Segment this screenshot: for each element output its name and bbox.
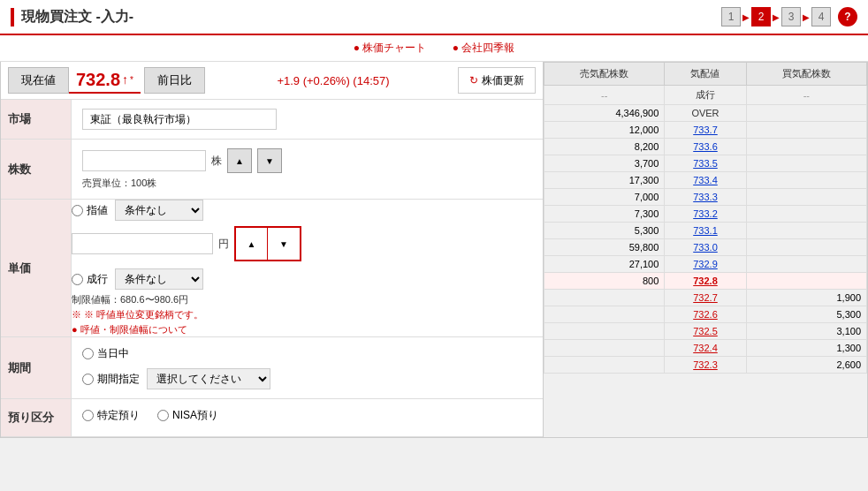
stock-up-button[interactable]: ▲ bbox=[227, 148, 252, 173]
call-link[interactable]: 呼値・制限値幅について bbox=[72, 324, 187, 335]
help-button[interactable]: ? bbox=[838, 7, 857, 26]
order-book-buy-16: 2,600 bbox=[746, 357, 866, 374]
period-content: 当日中 期間指定 選択してください bbox=[72, 337, 543, 398]
deposit-row: 預り区分 特定預り NISA預り bbox=[1, 399, 543, 437]
order-book-buy-5 bbox=[746, 172, 866, 189]
order-book-price-0: 成行 bbox=[665, 86, 746, 105]
order-book-price-15[interactable]: 732.4 bbox=[665, 340, 746, 357]
order-book-price-3[interactable]: 733.6 bbox=[665, 139, 746, 155]
price-type-row: 指値 条件なし bbox=[72, 200, 543, 221]
market-type-label: 成行 bbox=[87, 272, 108, 287]
step-1: 1 bbox=[721, 7, 741, 26]
limit-info: 制限値幅：680.6〜980.6円 bbox=[72, 293, 543, 306]
order-book-buy-15: 1,300 bbox=[746, 340, 866, 357]
period-today-label[interactable]: 当日中 bbox=[82, 346, 129, 361]
warning-text: ※ ※ 呼値単位変更銘柄です。 bbox=[72, 308, 543, 321]
market-row: 市場 東証（最良執行市場） bbox=[1, 100, 543, 140]
deposit-content: 特定預り NISA預り bbox=[72, 399, 543, 436]
order-book-price-9[interactable]: 733.0 bbox=[665, 239, 746, 256]
stock-content: 株 ▲ ▼ 売買単位：100株 bbox=[72, 140, 543, 199]
deposit-tokutei-radio[interactable] bbox=[82, 410, 94, 421]
order-book-sell-15 bbox=[544, 340, 665, 357]
deposit-nisa-label[interactable]: NISA預り bbox=[157, 408, 218, 423]
links-bar: 株価チャート 会社四季報 bbox=[0, 35, 868, 62]
order-book-price-6[interactable]: 733.3 bbox=[665, 189, 746, 206]
period-specify-label[interactable]: 期間指定 bbox=[82, 372, 140, 387]
order-book-sell-11: 800 bbox=[544, 273, 665, 290]
order-book-price-11[interactable]: 732.8 bbox=[665, 273, 746, 290]
prev-price-label: 前日比 bbox=[144, 67, 205, 94]
price-down-button[interactable]: ▼ bbox=[268, 228, 300, 260]
header-sell: 売気配株数 bbox=[544, 63, 665, 86]
order-book-sell-8: 5,300 bbox=[544, 223, 665, 239]
order-book-price-8[interactable]: 733.1 bbox=[665, 223, 746, 239]
chart-link[interactable]: 株価チャート bbox=[354, 42, 427, 54]
period-specify-radio[interactable] bbox=[82, 374, 94, 385]
order-book-sell-7: 7,300 bbox=[544, 206, 665, 223]
deposit-nisa-text: NISA預り bbox=[172, 408, 218, 423]
order-book-price-7[interactable]: 733.2 bbox=[665, 206, 746, 223]
stock-down-button[interactable]: ▼ bbox=[257, 148, 282, 173]
market-condition-select[interactable]: 条件なし bbox=[115, 268, 203, 290]
order-book-table: 売気配株数 気配値 買気配株数 --成行--4,346,900OVER12,00… bbox=[544, 62, 867, 374]
order-book-sell-12 bbox=[544, 290, 665, 306]
market-select[interactable]: 東証（最良執行市場） bbox=[82, 109, 277, 130]
page-title: 現物買注文 -入力- bbox=[11, 8, 133, 26]
period-today-radio[interactable] bbox=[82, 348, 94, 359]
order-book-price-1: OVER bbox=[665, 105, 746, 122]
header-price: 気配値 bbox=[665, 63, 746, 86]
price-condition-select[interactable]: 条件なし bbox=[115, 200, 203, 221]
lot-info: 売買単位：100株 bbox=[82, 177, 532, 190]
order-book-price-5[interactable]: 733.4 bbox=[665, 172, 746, 189]
refresh-button[interactable]: ↻ 株価更新 bbox=[458, 67, 536, 94]
stock-input[interactable] bbox=[82, 150, 206, 171]
deposit-nisa-radio[interactable] bbox=[157, 410, 169, 421]
order-book-buy-6 bbox=[746, 189, 866, 206]
market-type-radio[interactable] bbox=[72, 274, 83, 285]
order-book-sell-4: 3,700 bbox=[544, 155, 665, 172]
price-type-radio[interactable] bbox=[72, 205, 83, 216]
market-label: 市場 bbox=[1, 100, 72, 139]
period-specify-select[interactable]: 選択してください bbox=[147, 368, 270, 389]
order-book-buy-10 bbox=[746, 256, 866, 273]
order-book-sell-10: 27,100 bbox=[544, 256, 665, 273]
order-book-buy-8 bbox=[746, 223, 866, 239]
period-specify-option: 期間指定 選択してください bbox=[82, 368, 532, 389]
report-link[interactable]: 会社四季報 bbox=[453, 42, 515, 54]
yen-label: 円 bbox=[218, 237, 229, 252]
price-content: 指値 条件なし 円 ▲ ▼ bbox=[72, 200, 543, 336]
order-book-buy-3 bbox=[746, 139, 866, 155]
stock-count-row: 株数 株 ▲ ▼ 売買単位：100株 bbox=[1, 140, 543, 200]
main-layout: 現在値 732.8 ↑ * 前日比 +1.9 (+0.26%) (14:57) … bbox=[0, 62, 868, 438]
order-book-price-2[interactable]: 733.7 bbox=[665, 122, 746, 139]
order-book-buy-2 bbox=[746, 122, 866, 139]
order-book-price-13[interactable]: 732.6 bbox=[665, 306, 746, 323]
step-3: 3 bbox=[781, 7, 801, 26]
period-label: 期間 bbox=[1, 337, 72, 398]
order-book-sell-0: -- bbox=[544, 86, 665, 105]
order-book-price-14[interactable]: 732.5 bbox=[665, 323, 746, 340]
unit-price-input-row: 円 ▲ ▼ bbox=[72, 226, 543, 261]
price-up-button[interactable]: ▲ bbox=[236, 228, 268, 260]
order-book-sell-2: 12,000 bbox=[544, 122, 665, 139]
deposit-options: 特定預り NISA預り bbox=[82, 408, 532, 423]
unit-price-input[interactable] bbox=[72, 233, 213, 254]
order-book-price-10[interactable]: 732.9 bbox=[665, 256, 746, 273]
deposit-tokutei-label[interactable]: 特定預り bbox=[82, 408, 140, 423]
price-type-radio-label[interactable]: 指値 bbox=[72, 203, 108, 218]
right-panel: 売気配株数 気配値 買気配株数 --成行--4,346,900OVER12,00… bbox=[544, 62, 868, 438]
order-book-price-4[interactable]: 733.5 bbox=[665, 155, 746, 172]
order-book-price-16[interactable]: 732.3 bbox=[665, 357, 746, 374]
price-star: * bbox=[130, 75, 133, 85]
order-book-buy-9 bbox=[746, 239, 866, 256]
order-book-buy-4 bbox=[746, 155, 866, 172]
step-arrow-1: ▶ bbox=[742, 12, 750, 22]
period-row: 期間 当日中 期間指定 bbox=[1, 337, 543, 399]
market-type-radio-label[interactable]: 成行 bbox=[72, 272, 108, 287]
price-type-label: 指値 bbox=[87, 203, 108, 218]
header-buy: 買気配株数 bbox=[746, 63, 866, 86]
order-book-buy-11 bbox=[746, 273, 866, 290]
stock-label: 株数 bbox=[1, 140, 72, 199]
step-2: 2 bbox=[751, 7, 771, 26]
order-book-price-12[interactable]: 732.7 bbox=[665, 290, 746, 306]
